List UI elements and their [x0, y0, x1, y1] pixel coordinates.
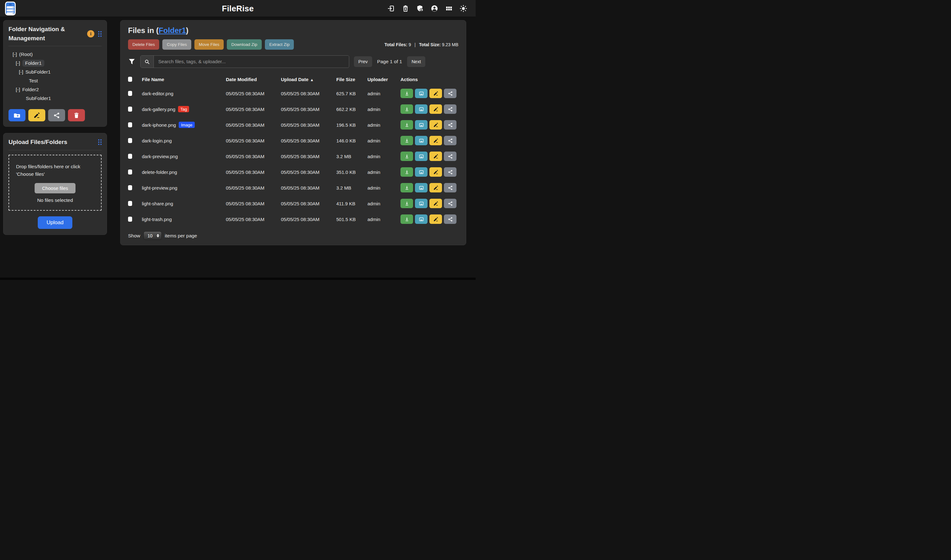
rename-button[interactable]: [429, 167, 442, 177]
preview-button[interactable]: [415, 199, 427, 208]
download-button[interactable]: [401, 120, 413, 129]
row-checkbox[interactable]: [128, 106, 132, 112]
rename-button[interactable]: [429, 152, 442, 161]
move-files-button[interactable]: Move Files: [194, 39, 223, 50]
preview-button[interactable]: [415, 183, 427, 192]
tree-item[interactable]: [-] Folder2: [8, 85, 102, 94]
select-all-checkbox[interactable]: [128, 77, 132, 82]
tree-item[interactable]: [-] SubFolder1: [8, 68, 102, 76]
user-profile-icon[interactable]: [430, 5, 439, 12]
preview-button[interactable]: [415, 152, 427, 161]
preview-button[interactable]: [415, 89, 427, 98]
file-name[interactable]: light-preview.png: [142, 185, 177, 191]
file-name[interactable]: dark-login.png: [142, 138, 172, 143]
tree-item[interactable]: SubFolder1: [8, 94, 102, 103]
share-button[interactable]: [444, 105, 456, 114]
row-checkbox[interactable]: [128, 122, 132, 127]
rename-button[interactable]: [429, 199, 442, 208]
tree-label[interactable]: (Root): [19, 52, 33, 57]
items-per-page-select[interactable]: 10: [143, 231, 162, 240]
choose-files-button[interactable]: Choose files: [35, 183, 76, 193]
download-button[interactable]: [401, 167, 413, 177]
file-name[interactable]: dark-editor.png: [142, 91, 173, 96]
apps-grid-icon[interactable]: [445, 5, 453, 12]
share-button[interactable]: [444, 89, 456, 98]
prev-page-button[interactable]: Prev: [354, 56, 372, 67]
download-button[interactable]: [401, 136, 413, 145]
rename-button[interactable]: [429, 214, 442, 224]
logout-icon[interactable]: [387, 5, 395, 12]
row-checkbox[interactable]: [128, 201, 132, 206]
create-folder-button[interactable]: [8, 109, 25, 122]
share-button[interactable]: [444, 214, 456, 224]
tree-item[interactable]: [-] Folder1: [8, 59, 102, 68]
rename-button[interactable]: [429, 89, 442, 98]
row-checkbox[interactable]: [128, 138, 132, 143]
preview-button[interactable]: [415, 105, 427, 114]
share-button[interactable]: [444, 152, 456, 161]
row-checkbox[interactable]: [128, 91, 132, 96]
row-checkbox[interactable]: [128, 185, 132, 190]
admin-shield-icon[interactable]: [416, 5, 424, 12]
share-folder-button[interactable]: [48, 109, 65, 122]
share-button[interactable]: [444, 199, 456, 208]
next-page-button[interactable]: Next: [407, 56, 425, 67]
rename-button[interactable]: [429, 136, 442, 145]
tree-toggle[interactable]: [-]: [16, 60, 20, 66]
download-button[interactable]: [401, 214, 413, 224]
row-checkbox[interactable]: [128, 217, 132, 222]
download-button[interactable]: [401, 89, 413, 98]
rename-button[interactable]: [429, 120, 442, 129]
download-button[interactable]: [401, 183, 413, 192]
tree-label[interactable]: Folder1: [22, 60, 45, 67]
tree-label[interactable]: SubFolder1: [25, 69, 51, 75]
tree-toggle[interactable]: [-]: [19, 69, 23, 75]
current-folder-link[interactable]: Folder1: [159, 26, 186, 35]
delete-folder-button[interactable]: [68, 109, 85, 122]
file-name[interactable]: dark-iphone.png: [142, 122, 176, 128]
tree-label[interactable]: Folder2: [22, 87, 39, 92]
dropzone[interactable]: Drop files/folders here or click 'Choose…: [8, 155, 102, 211]
drag-handle-icon[interactable]: [98, 139, 102, 145]
col-file-name[interactable]: File Name: [142, 77, 226, 82]
row-checkbox[interactable]: [128, 154, 132, 159]
rename-folder-button[interactable]: [28, 109, 45, 122]
delete-files-button[interactable]: Delete Files: [128, 39, 159, 50]
preview-button[interactable]: [415, 214, 427, 224]
trash-restore-icon[interactable]: [401, 5, 410, 12]
share-button[interactable]: [444, 167, 456, 177]
tree-label[interactable]: Test: [29, 78, 38, 84]
filter-icon[interactable]: [128, 58, 136, 65]
row-checkbox[interactable]: [128, 169, 132, 174]
upload-button[interactable]: Upload: [38, 216, 72, 229]
file-name[interactable]: dark-preview.png: [142, 154, 178, 159]
tree-toggle[interactable]: [-]: [12, 52, 17, 57]
file-name[interactable]: light-trash.png: [142, 217, 172, 222]
info-icon[interactable]: i: [87, 30, 94, 37]
search-icon[interactable]: [140, 55, 154, 68]
share-button[interactable]: [444, 120, 456, 129]
preview-button[interactable]: [415, 120, 427, 129]
share-button[interactable]: [444, 183, 456, 192]
copy-files-button[interactable]: Copy Files: [162, 39, 191, 50]
file-name[interactable]: light-share.png: [142, 201, 173, 206]
share-button[interactable]: [444, 136, 456, 145]
drag-handle-icon[interactable]: [98, 31, 102, 37]
extract-zip-button[interactable]: Extract Zip: [265, 39, 294, 50]
file-name[interactable]: dark-gallery.png: [142, 106, 175, 112]
preview-button[interactable]: [415, 167, 427, 177]
col-uploader[interactable]: Uploader: [367, 77, 401, 82]
tree-toggle[interactable]: [-]: [16, 87, 20, 92]
rename-button[interactable]: [429, 183, 442, 192]
rename-button[interactable]: [429, 105, 442, 114]
col-upload-date[interactable]: Upload Date▲: [281, 77, 336, 82]
light-mode-icon[interactable]: [459, 5, 467, 12]
file-name[interactable]: delete-folder.png: [142, 169, 177, 175]
tree-item[interactable]: Test: [8, 76, 102, 85]
download-button[interactable]: [401, 199, 413, 208]
search-input[interactable]: [154, 55, 349, 68]
download-button[interactable]: [401, 152, 413, 161]
download-zip-button[interactable]: Download Zip: [227, 39, 262, 50]
filerise-logo-icon[interactable]: [5, 2, 16, 15]
tree-item[interactable]: [-] (Root): [8, 50, 102, 59]
